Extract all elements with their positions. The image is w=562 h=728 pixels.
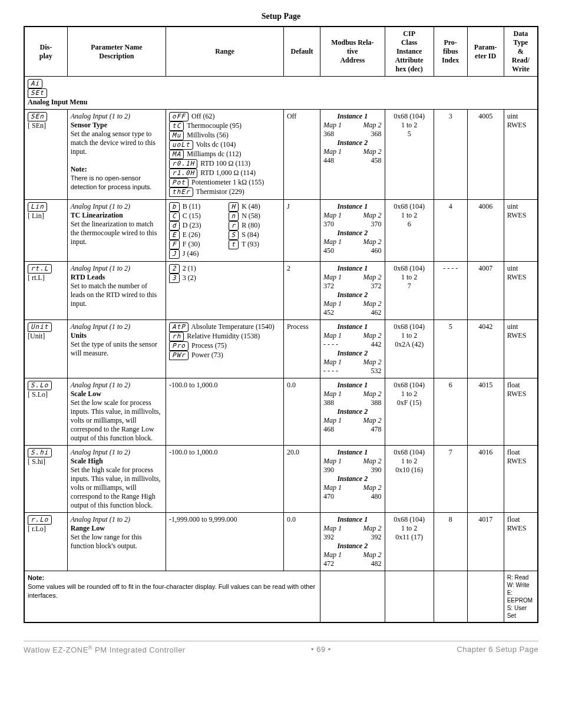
paramid-cell: 4015	[467, 378, 504, 446]
param-row: Unit[Unit]Analog Input (1 to 2) Units Se…	[24, 320, 538, 378]
default-cell: 2	[283, 262, 320, 320]
param-desc: Set the low range for this function bloc…	[71, 533, 142, 550]
param-desc: Set the type of units the sensor will me…	[71, 340, 157, 357]
paramid-cell: 4016	[467, 446, 504, 513]
range-cell: -100.0 to 1,000.0	[166, 378, 284, 446]
range-cell: AtP Absolute Temperature (1540)rh Relati…	[166, 320, 284, 378]
menu-seg-1: Ai	[28, 79, 42, 88]
display-seg: SEn	[28, 112, 47, 121]
col-modbus: Modbus Rela- tive Address	[320, 27, 385, 77]
param-name: Sensor Type	[71, 121, 107, 129]
param-name: Units	[71, 331, 87, 340]
param-group: Analog Input (1 to 2)	[71, 322, 130, 331]
range-cell: 2 2 (1)3 3 (2)	[166, 262, 284, 320]
setup-table: Dis- play Parameter Name Description Ran…	[24, 26, 538, 623]
display-seg: r.Lo	[28, 515, 52, 525]
display-bracket: [ SEn]	[28, 121, 46, 130]
modbus-cell: Instance 1 Map 1Map 2 370370 Instance 2 …	[320, 200, 385, 262]
cip-cell: 0x68 (104)1 to 20xF (15)	[385, 378, 434, 446]
param-name: Scale High	[71, 457, 103, 465]
datatype-cell: uint RWES	[504, 320, 538, 378]
modbus-cell: Instance 1 Map 1Map 2 390390 Instance 2 …	[320, 446, 385, 513]
display-bracket: [ rt.L]	[28, 274, 45, 282]
datatype-cell: uint RWES	[504, 200, 538, 262]
param-group: Analog Input (1 to 2)	[71, 515, 130, 523]
param-row: Lin[ Lin]Analog Input (1 to 2) TC Linear…	[24, 200, 538, 262]
cip-cell: 0x68 (104)1 to 20x10 (16)	[385, 446, 434, 513]
modbus-cell: Instance 1 Map 1Map 2 392392 Instance 2 …	[320, 513, 385, 571]
footer-left-b: PM Integrated Controller	[92, 645, 186, 654]
param-desc: Set the low scale for process inputs. Th…	[71, 398, 161, 442]
col-paramname: Parameter Name Description	[67, 27, 166, 77]
note-text: Some values will be rounded off to fit i…	[28, 583, 315, 599]
display-seg: rt.L	[28, 264, 52, 274]
param-name: TC Linearization	[71, 211, 123, 219]
default-cell: 0.0	[283, 513, 320, 571]
datatype-cell: uint RWES	[504, 110, 538, 200]
display-bracket: [ Lin]	[28, 212, 44, 220]
profibus-cell: 5	[434, 320, 467, 378]
footer-left-a: Watlow EZ-ZONE	[24, 645, 88, 654]
paramid-cell: 4005	[467, 110, 504, 200]
display-seg: Unit	[28, 322, 52, 332]
profibus-cell: 7	[434, 446, 467, 513]
range-cell: oFF Off (62)tC Thermocouple (95)Mu Milli…	[166, 110, 284, 200]
param-group: Analog Input (1 to 2)	[71, 264, 130, 272]
modbus-cell: Instance 1 Map 1Map 2 368368 Instance 2 …	[320, 110, 385, 200]
param-desc: Set the high scale for process inputs. T…	[71, 466, 161, 509]
cip-cell: 0x68 (104)1 to 26	[385, 200, 434, 262]
cip-cell: 0x68 (104)1 to 20x11 (17)	[385, 513, 434, 571]
datatype-cell: float RWES	[504, 446, 538, 513]
profibus-cell: 8	[434, 513, 467, 571]
col-cip: CIP Class Instance Attribute hex (dec)	[385, 27, 434, 77]
display-bracket: [ r.Lo]	[28, 525, 46, 533]
page-title: Setup Page	[24, 12, 538, 21]
param-name: Scale Low	[71, 390, 101, 398]
footer-page-number: • 69 •	[311, 645, 331, 654]
param-row: rt.L[ rt.L]Analog Input (1 to 2) RTD Lea…	[24, 262, 538, 320]
param-group: Analog Input (1 to 2)	[71, 381, 130, 389]
col-display: Dis- play	[24, 27, 67, 77]
paramid-cell: 4042	[467, 320, 504, 378]
datatype-cell: float RWES	[504, 378, 538, 446]
param-group: Analog Input (1 to 2)	[71, 202, 130, 210]
note-label: Note:	[28, 574, 44, 581]
default-cell: Off	[283, 110, 320, 200]
default-cell: 20.0	[283, 446, 320, 513]
col-profibus: Pro- fibus Index	[434, 27, 467, 77]
col-datatype: Data Type & Read/ Write	[504, 27, 538, 77]
paramid-cell: 4017	[467, 513, 504, 571]
param-group: Analog Input (1 to 2)	[71, 112, 130, 120]
display-seg: S.Lo	[28, 381, 52, 390]
footer-right: Chapter 6 Setup Page	[457, 645, 538, 654]
display-bracket: [ S.Lo]	[28, 390, 48, 398]
param-desc: Set to match the number of leads on the …	[71, 282, 157, 308]
param-row: SEn[ SEn]Analog Input (1 to 2) Sensor Ty…	[24, 110, 538, 200]
default-cell: 0.0	[283, 378, 320, 446]
param-row: S.hi[ S.hi]Analog Input (1 to 2) Scale H…	[24, 446, 538, 513]
default-cell: J	[283, 200, 320, 262]
param-row: S.Lo[ S.Lo]Analog Input (1 to 2) Scale L…	[24, 378, 538, 446]
profibus-cell: 6	[434, 378, 467, 446]
param-name: RTD Leads	[71, 273, 105, 281]
cip-cell: 0x68 (104)1 to 20x2A (42)	[385, 320, 434, 378]
modbus-cell: Instance 1 Map 1Map 2 388388 Instance 2 …	[320, 378, 385, 446]
paramid-cell: 4007	[467, 262, 504, 320]
menu-seg-2: SEt	[28, 88, 47, 98]
page-footer: Watlow EZ-ZONE® PM Integrated Controller…	[24, 641, 538, 654]
param-row: r.Lo[ r.Lo]Analog Input (1 to 2) Range L…	[24, 513, 538, 571]
profibus-cell: 3	[434, 110, 467, 200]
col-default: Default	[283, 27, 320, 77]
display-seg: S.hi	[28, 448, 52, 457]
col-paramid: Param- eter ID	[467, 27, 504, 77]
default-cell: Process	[283, 320, 320, 378]
datatype-cell: float RWES	[504, 513, 538, 571]
rw-legend: R: ReadW: WriteE: EEPROMS: User Set	[507, 574, 534, 620]
range-cell: -1,999.000 to 9,999.000	[166, 513, 284, 571]
param-name: Range Low	[71, 524, 105, 532]
display-bracket: [ S.hi]	[28, 457, 45, 466]
modbus-cell: Instance 1 Map 1Map 2 372372 Instance 2 …	[320, 262, 385, 320]
param-desc: Set the linearization to match the therm…	[71, 220, 157, 246]
cip-cell: 0x68 (104)1 to 27	[385, 262, 434, 320]
range-cell: b B (11)C C (15)d D (23)E E (26)F F (30)…	[166, 200, 284, 262]
